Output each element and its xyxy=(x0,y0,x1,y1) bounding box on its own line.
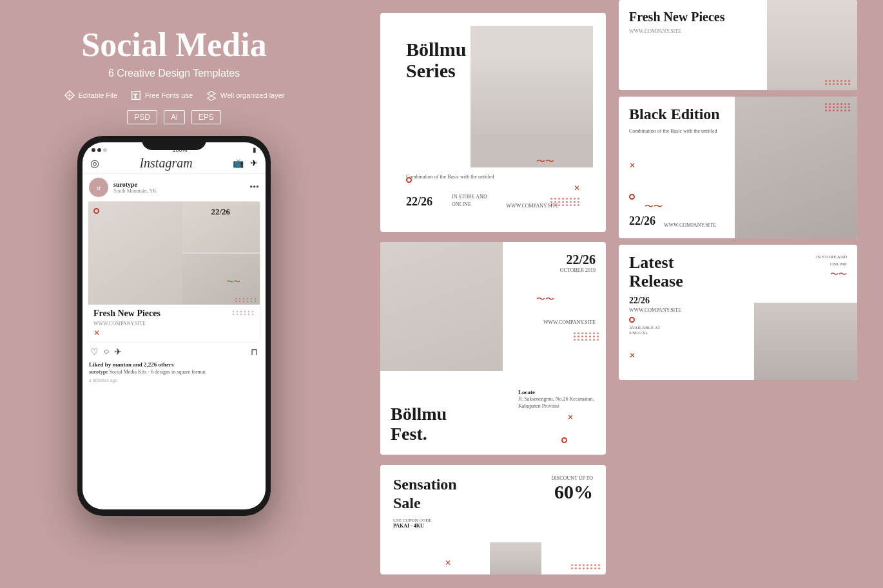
fresh-title: Fresh New Pieces xyxy=(629,9,847,24)
sensation-discount: DISCOUNT UP TO 60% xyxy=(551,475,593,513)
circle-fest xyxy=(561,437,567,443)
text-icon: T xyxy=(130,90,142,101)
fest-website: WWW.COMPANY.SITE xyxy=(543,319,596,325)
share-icon[interactable]: ✈ xyxy=(114,346,122,357)
fest-title: Böllmu Fest. xyxy=(391,404,447,444)
dots-fest xyxy=(574,332,599,341)
profile-name: surotype xyxy=(113,181,157,188)
post-image: 22/26 〜〜 xyxy=(88,202,260,305)
main-title: Social Media xyxy=(81,26,266,64)
left-panel: Social Media 6 Creative Design Templates… xyxy=(0,0,348,588)
post-description: surotype Social Media Kits - 6 designs i… xyxy=(82,368,266,376)
dot-1 xyxy=(92,148,95,152)
bollmu-date: 22/26 xyxy=(406,195,432,209)
more-options-button[interactable]: ••• xyxy=(249,182,259,193)
bollmu-series-card: Böllmu Series Combination of the Basic w… xyxy=(380,13,606,232)
caption-content: Social Media Kits - 6 designs in square … xyxy=(110,369,207,375)
insta-action-icons: 📺 ✈ xyxy=(233,158,258,169)
sensation-image-preview xyxy=(490,542,541,574)
latest-store: IN STORE AND ONLINE xyxy=(816,254,847,267)
latest-store-info: IN STORE AND ONLINE 〜〜 xyxy=(816,254,847,280)
x-mark-black: ✕ xyxy=(629,161,636,171)
circle-black xyxy=(629,194,635,200)
post-caption: Fresh New Pieces WWW.COMPANY.SITE xyxy=(88,305,260,342)
tv-icon[interactable]: 📺 xyxy=(233,158,244,169)
post-actions: ♡ ○ ✈ ⊓ xyxy=(82,343,266,361)
comment-icon[interactable]: ○ xyxy=(104,346,109,357)
feature-fonts: T Free Fonts use xyxy=(130,90,193,101)
feature-editable: Editable File xyxy=(64,90,118,101)
wave-black: 〜〜 xyxy=(645,201,663,213)
bollmu-fest-card: 22/26 OCTOBER 2019 〜〜 WWW.COMPANY.SITE L… xyxy=(380,242,606,455)
fest-date-area: 22/26 OCTOBER 2019 xyxy=(560,252,596,273)
black-image xyxy=(735,97,857,238)
x-mark-bollmu: ✕ xyxy=(574,184,580,193)
fresh-website: WWW.COMPANY.SITE xyxy=(629,28,847,34)
x-mark-latest: ✕ xyxy=(629,351,636,361)
dot-2 xyxy=(97,148,101,152)
dots-pattern-post xyxy=(235,298,257,302)
instagram-logo: Instagram xyxy=(139,156,192,171)
phone-frame: 100% ▮ ◎ Instagram 📺 ✈ st xyxy=(77,136,271,516)
caption-username: surotype xyxy=(89,369,108,375)
status-dots xyxy=(92,148,107,152)
discount-value: 60% xyxy=(551,481,593,503)
latest-top-row: Latest Release IN STORE AND ONLINE 〜〜 xyxy=(629,254,847,290)
send-icon[interactable]: ✈ xyxy=(250,158,258,169)
black-desc: Combination of the Basic with the untitl… xyxy=(629,128,726,135)
heart-icon[interactable]: ♡ xyxy=(90,346,99,357)
badge-psd: PSD xyxy=(127,110,157,124)
right-column: Fresh New Pieces WWW.COMPANY.SITE Black … xyxy=(619,0,883,380)
coupon-label: USE CUPON CODE xyxy=(393,518,593,523)
x-mark-post: ✕ xyxy=(93,328,100,337)
x-mark-sensation: ✕ xyxy=(445,558,451,568)
post-image-right xyxy=(182,202,260,305)
sensation-top: Sensation Sale DISCOUNT UP TO 60% xyxy=(393,475,593,513)
likes-text: Liked by mantan and 2,226 others xyxy=(82,361,266,368)
bollmu-title: Böllmu Series xyxy=(406,39,580,81)
bollmu-store: IN STORE ANDONLINE xyxy=(452,193,487,209)
format-badges: PSD Ai EPS xyxy=(127,110,220,124)
post-card-title: Fresh New Pieces xyxy=(93,308,160,319)
x-mark-fest: ✕ xyxy=(567,413,574,422)
fest-locate-area: Locate Jl. Saksenengmu, No.26 Kecamatan,… xyxy=(518,389,596,410)
wave-latest: 〜〜 xyxy=(816,269,847,280)
fest-image xyxy=(380,242,503,371)
fest-date-detail: OCTOBER 2019 xyxy=(560,267,596,273)
avatar: st xyxy=(89,178,108,197)
middle-column: Böllmu Series Combination of the Basic w… xyxy=(380,13,612,574)
latest-release-card: Latest Release IN STORE AND ONLINE 〜〜 22… xyxy=(619,245,857,380)
badge-eps: EPS xyxy=(191,110,221,124)
discount-label: DISCOUNT UP TO xyxy=(551,475,593,481)
dots-sensation xyxy=(571,564,601,569)
latest-title: Latest Release xyxy=(629,254,683,290)
profile-row: st surotype South Mountain, YK ••• xyxy=(82,174,266,201)
bollmu-bottom-bar: 22/26 IN STORE ANDONLINE WWW.COMPANY.SIT… xyxy=(406,193,559,209)
svg-marker-5 xyxy=(208,91,216,96)
phone-screen: 100% ▮ ◎ Instagram 📺 ✈ st xyxy=(82,142,266,509)
subtitle: 6 Creative Design Templates xyxy=(108,68,240,79)
dots-black xyxy=(825,103,851,111)
circle-1 xyxy=(406,177,412,183)
bookmark-icon[interactable]: ⊓ xyxy=(251,346,258,357)
feature-layers: Well organized layer xyxy=(206,90,284,101)
features-row: Editable File T Free Fonts use Well orga… xyxy=(64,90,285,101)
fest-locate-label: Locate xyxy=(518,389,596,395)
camera-icon[interactable]: ◎ xyxy=(90,157,99,169)
fest-locate-address: Jl. Saksenengmu, No.26 Kecamatan, Kabupa… xyxy=(518,395,596,410)
profile-info: surotype South Mountain, YK xyxy=(113,181,157,194)
black-website: WWW.COMPANY.SITE xyxy=(664,222,716,228)
post-time: a minutes ago xyxy=(82,376,266,384)
post-img-bottom-right xyxy=(182,254,260,305)
coupon-code: PAKAI - 4KU xyxy=(393,523,593,529)
post-date-overlay: 22/26 xyxy=(211,207,230,217)
battery-icon: ▮ xyxy=(253,146,257,153)
circle-latest xyxy=(629,317,635,323)
phone-notch xyxy=(142,136,206,150)
black-date: 22/26 xyxy=(629,214,655,228)
fest-title-area: Böllmu Fest. xyxy=(391,404,447,444)
instagram-header: ◎ Instagram 📺 ✈ xyxy=(82,153,266,174)
dot-3 xyxy=(103,148,107,152)
like-comment-share-icons: ♡ ○ ✈ xyxy=(90,346,122,357)
phone-mockup: 100% ▮ ◎ Instagram 📺 ✈ st xyxy=(77,136,271,516)
